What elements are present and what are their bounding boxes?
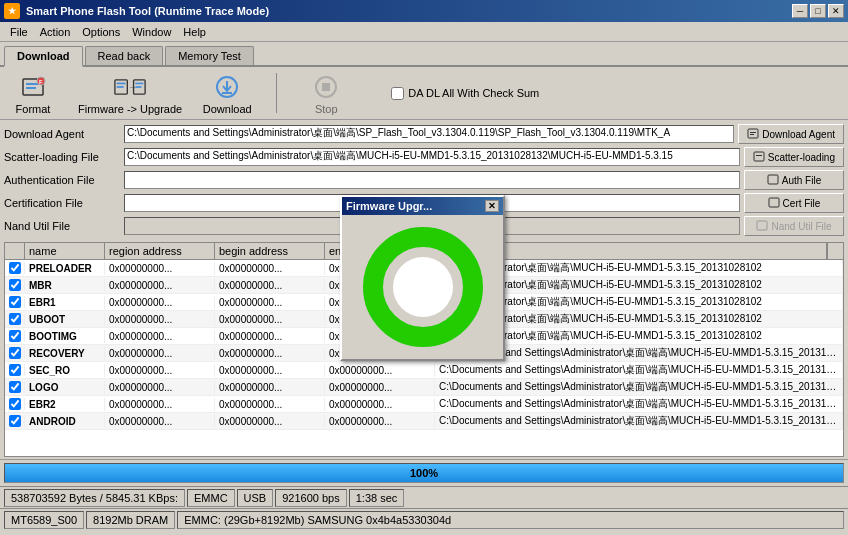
nand-util-button: Nand Util File: [744, 216, 844, 236]
toolbar: F Format → Firmware -> Upgrade: [0, 67, 848, 120]
tab-readback[interactable]: Read back: [85, 46, 164, 65]
title-bar-text: Smart Phone Flash Tool (Runtime Trace Mo…: [26, 5, 792, 17]
toolbar-separator: [276, 73, 277, 113]
td-end: 0x00000000...: [325, 381, 435, 394]
minimize-button[interactable]: ─: [792, 4, 808, 18]
progress-text: 100%: [410, 467, 438, 479]
td-begin: 0x00000000...: [215, 415, 325, 428]
title-bar: ★ Smart Phone Flash Tool (Runtime Trace …: [0, 0, 848, 22]
row-checkbox[interactable]: [9, 296, 21, 308]
svg-rect-24: [757, 221, 767, 230]
auth-file-input[interactable]: [124, 171, 740, 189]
checksum-checkbox[interactable]: [391, 87, 404, 100]
maximize-button[interactable]: □: [810, 4, 826, 18]
tab-bar: Download Read back Memory Test: [0, 42, 848, 67]
table-row: EBR2 0x00000000... 0x00000000... 0x00000…: [5, 396, 843, 413]
stop-icon: [310, 71, 342, 103]
stop-button[interactable]: Stop: [301, 71, 351, 115]
td-region: 0x00000000...: [105, 279, 215, 292]
scatter-loading-label: Scatter-loading File: [4, 151, 124, 163]
dialog-title-bar: Firmware Upgr... ✕: [342, 197, 503, 215]
td-name: EBR2: [25, 398, 105, 411]
svg-rect-21: [756, 155, 762, 156]
cert-file-button[interactable]: Cert File: [744, 193, 844, 213]
status-baud: 921600 bps: [275, 489, 347, 507]
row-checkbox[interactable]: [9, 364, 21, 376]
menu-action[interactable]: Action: [34, 24, 77, 40]
svg-rect-22: [768, 175, 778, 184]
progress-donut: [363, 227, 483, 347]
td-begin: 0x00000000...: [215, 330, 325, 343]
svg-rect-16: [322, 83, 330, 91]
td-begin: 0x00000000...: [215, 262, 325, 275]
download-agent-row: Download Agent C:\Documents and Settings…: [4, 123, 844, 145]
nand-util-label: Nand Util File: [4, 220, 124, 232]
row-checkbox[interactable]: [9, 330, 21, 342]
td-region: 0x00000000...: [105, 330, 215, 343]
svg-rect-17: [748, 129, 758, 138]
td-path: C:\Documents and Settings\Administrator\…: [435, 379, 843, 395]
menu-window[interactable]: Window: [126, 24, 177, 40]
scatter-loading-row: Scatter-loading File C:\Documents and Se…: [4, 146, 844, 168]
row-checkbox[interactable]: [9, 347, 21, 359]
status-storage: EMMC: [187, 489, 235, 507]
download-agent-button[interactable]: Download Agent: [738, 124, 844, 144]
row-checkbox[interactable]: [9, 279, 21, 291]
close-button[interactable]: ✕: [828, 4, 844, 18]
row-checkbox[interactable]: [9, 313, 21, 325]
td-begin: 0x00000000...: [215, 381, 325, 394]
td-region: 0x00000000...: [105, 415, 215, 428]
format-label: Format: [16, 103, 51, 115]
dialog-close-button[interactable]: ✕: [485, 200, 499, 212]
td-region: 0x00000000...: [105, 347, 215, 360]
row-checkbox[interactable]: [9, 398, 21, 410]
stop-label: Stop: [315, 103, 338, 115]
tab-download[interactable]: Download: [4, 46, 83, 67]
dialog-content: [342, 215, 503, 359]
scatter-loading-button[interactable]: Scatter-loading: [744, 147, 844, 167]
row-checkbox[interactable]: [9, 262, 21, 274]
menu-options[interactable]: Options: [76, 24, 126, 40]
status-bytes: 538703592 Bytes / 5845.31 KBps:: [4, 489, 185, 507]
scatter-loading-input[interactable]: C:\Documents and Settings\Administrator\…: [124, 148, 740, 166]
td-name: MBR: [25, 279, 105, 292]
firmware-upgrade-button[interactable]: → Firmware -> Upgrade: [78, 71, 182, 115]
td-begin: 0x00000000...: [215, 347, 325, 360]
format-button[interactable]: F Format: [8, 71, 58, 115]
td-begin: 0x00000000...: [215, 296, 325, 309]
svg-rect-7: [117, 86, 124, 88]
menu-help[interactable]: Help: [177, 24, 212, 40]
download-icon: [211, 71, 243, 103]
format-icon: F: [17, 71, 49, 103]
download-agent-input[interactable]: C:\Documents and Settings\Administrator\…: [124, 125, 734, 143]
td-name: SEC_RO: [25, 364, 105, 377]
auth-file-label: Authentication File: [4, 174, 124, 186]
title-bar-buttons: ─ □ ✕: [792, 4, 844, 18]
checksum-label: DA DL All With Check Sum: [408, 87, 539, 99]
row-checkbox[interactable]: [9, 415, 21, 427]
firmware-dialog[interactable]: Firmware Upgr... ✕: [340, 195, 505, 361]
td-region: 0x00000000...: [105, 381, 215, 394]
download-button[interactable]: Download: [202, 71, 252, 115]
checksum-checkbox-label[interactable]: DA DL All With Check Sum: [391, 87, 539, 100]
tab-memorytest[interactable]: Memory Test: [165, 46, 254, 65]
auth-file-button[interactable]: Auth File: [744, 170, 844, 190]
status-bar: 538703592 Bytes / 5845.31 KBps: EMMC USB…: [0, 486, 848, 508]
sysinfo-emmc: EMMC: (29Gb+8192Mb) SAMSUNG 0x4b4a533030…: [177, 511, 844, 529]
svg-rect-23: [769, 198, 779, 207]
sysinfo-ram: 8192Mb DRAM: [86, 511, 175, 529]
td-region: 0x00000000...: [105, 262, 215, 275]
menu-file[interactable]: File: [4, 24, 34, 40]
td-region: 0x00000000...: [105, 398, 215, 411]
svg-rect-11: [135, 86, 141, 88]
td-end: 0x00000000...: [325, 398, 435, 411]
td-path: C:\Documents and Settings\Administrator\…: [435, 396, 843, 412]
svg-rect-10: [135, 83, 143, 85]
row-checkbox[interactable]: [9, 381, 21, 393]
td-name: RECOVERY: [25, 347, 105, 360]
progress-bar-outer: 100%: [4, 463, 844, 483]
firmware-icon: →: [114, 71, 146, 103]
status-time: 1:38 sec: [349, 489, 405, 507]
table-row: SEC_RO 0x00000000... 0x00000000... 0x000…: [5, 362, 843, 379]
svg-rect-6: [117, 83, 126, 85]
